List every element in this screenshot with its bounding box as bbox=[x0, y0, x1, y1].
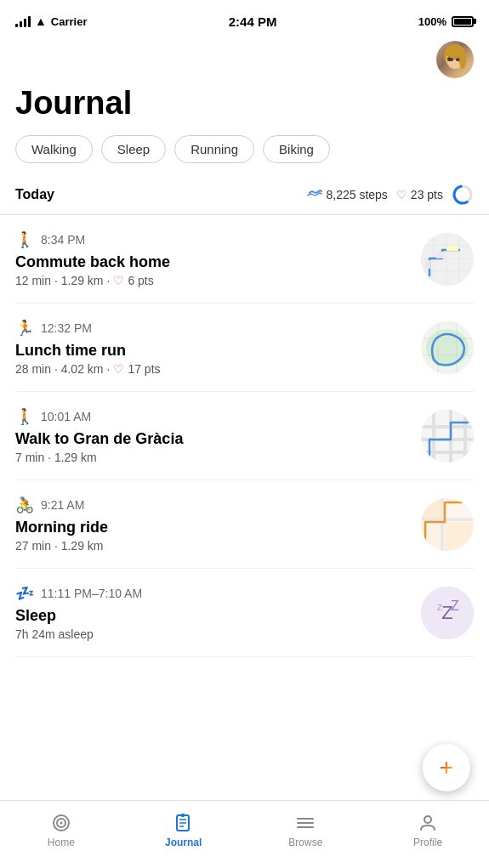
svg-rect-50 bbox=[181, 814, 185, 817]
nav-journal-label: Journal bbox=[165, 837, 202, 848]
home-icon bbox=[51, 813, 71, 833]
filter-sleep[interactable]: Sleep bbox=[101, 135, 166, 163]
svg-rect-35 bbox=[445, 522, 474, 551]
heart-icon: ♡ bbox=[396, 188, 407, 201]
activity-details: 12 min · 1.29 km · ♡ 6 pts bbox=[15, 274, 170, 287]
activity-time: 12:32 PM bbox=[41, 321, 92, 335]
nav-browse-label: Browse bbox=[288, 837, 322, 848]
points-count: 23 pts bbox=[411, 188, 443, 201]
sleep-icon: 💤 bbox=[15, 584, 34, 603]
activity-info: 💤 11:11 PM–7:10 AM Sleep 7h 24m asleep bbox=[15, 584, 142, 641]
steps-stat: 8,225 steps bbox=[307, 187, 387, 202]
activity-item[interactable]: 🏃 12:32 PM Lunch time run 28 min · 4.02 … bbox=[15, 304, 474, 392]
status-bar: ▲ Carrier 2:44 PM 100% bbox=[0, 0, 489, 37]
activity-time: 8:34 PM bbox=[41, 233, 85, 247]
map-thumbnail bbox=[421, 233, 474, 286]
plus-icon: + bbox=[440, 754, 453, 781]
status-time: 2:44 PM bbox=[229, 14, 277, 29]
today-stats: 8,225 steps ♡ 23 pts bbox=[307, 184, 474, 206]
run-icon: 🏃 bbox=[15, 319, 34, 338]
activity-item[interactable]: 🚴 9:21 AM Morning ride 27 min · 1.29 km bbox=[15, 480, 474, 569]
filter-biking[interactable]: Biking bbox=[263, 135, 330, 163]
activity-item[interactable]: 💤 11:11 PM–7:10 AM Sleep 7h 24m asleep Z… bbox=[15, 569, 474, 657]
activity-meta: 💤 11:11 PM–7:10 AM bbox=[15, 584, 142, 603]
activity-time: 10:01 AM bbox=[41, 410, 91, 423]
bike-icon: 🚴 bbox=[15, 496, 34, 514]
browse-icon bbox=[295, 813, 316, 833]
activity-item[interactable]: 🚶 10:01 AM Walk to Gran de Gràcia 7 min … bbox=[15, 392, 474, 480]
activity-name: Lunch time run bbox=[15, 342, 161, 360]
activity-info: 🚶 10:01 AM Walk to Gran de Gràcia 7 min … bbox=[15, 407, 183, 464]
walk-icon: 🚶 bbox=[15, 407, 34, 426]
steps-count: 8,225 steps bbox=[326, 188, 387, 201]
goal-ring-icon bbox=[452, 184, 474, 206]
page-title: Journal bbox=[0, 78, 489, 135]
nav-home-label: Home bbox=[48, 837, 75, 848]
map-thumbnail bbox=[421, 498, 474, 551]
activity-info: 🚶 8:34 PM Commute back home 12 min · 1.2… bbox=[15, 230, 170, 287]
activity-meta: 🚴 9:21 AM bbox=[15, 496, 108, 514]
points-stat: ♡ 23 pts bbox=[396, 188, 443, 201]
journal-icon bbox=[173, 813, 194, 833]
avatar-area bbox=[0, 37, 489, 78]
filter-walking[interactable]: Walking bbox=[15, 135, 93, 163]
status-right: 100% bbox=[418, 15, 474, 28]
wifi-icon: ▲ bbox=[35, 14, 47, 28]
activity-meta: 🏃 12:32 PM bbox=[15, 319, 161, 338]
svg-rect-34 bbox=[421, 498, 442, 519]
steps-icon bbox=[307, 187, 322, 202]
walk-icon: 🚶 bbox=[15, 230, 34, 249]
avatar[interactable] bbox=[436, 41, 474, 78]
filter-pills: Walking Sleep Running Biking bbox=[0, 135, 489, 179]
activity-details: 7h 24m asleep bbox=[15, 627, 142, 641]
activity-details: 7 min · 1.29 km bbox=[15, 451, 183, 464]
map-thumbnail bbox=[421, 410, 474, 462]
svg-point-6 bbox=[459, 54, 466, 69]
add-activity-button[interactable]: + bbox=[423, 744, 470, 791]
status-left: ▲ Carrier bbox=[15, 14, 88, 28]
map-thumbnail bbox=[421, 321, 474, 374]
activity-meta: 🚶 10:01 AM bbox=[15, 407, 183, 426]
activity-details: 28 min · 4.02 km · ♡ 17 pts bbox=[15, 362, 161, 376]
activity-name: Sleep bbox=[15, 607, 142, 625]
svg-point-54 bbox=[424, 816, 431, 823]
carrier-label: Carrier bbox=[51, 15, 88, 28]
profile-icon bbox=[418, 813, 438, 833]
battery-icon bbox=[452, 16, 474, 27]
activity-info: 🏃 12:32 PM Lunch time run 28 min · 4.02 … bbox=[15, 319, 161, 376]
svg-point-45 bbox=[60, 821, 62, 824]
nav-journal[interactable]: Journal bbox=[122, 813, 245, 848]
activity-time: 9:21 AM bbox=[41, 498, 84, 512]
activity-item[interactable]: 🚶 8:34 PM Commute back home 12 min · 1.2… bbox=[15, 215, 474, 304]
heart-small-icon: ♡ bbox=[113, 362, 124, 376]
nav-profile-label: Profile bbox=[413, 837, 442, 848]
activity-time: 11:11 PM–7:10 AM bbox=[41, 587, 142, 600]
nav-home[interactable]: Home bbox=[0, 813, 122, 848]
today-row: Today 8,225 steps ♡ 23 pts bbox=[0, 179, 489, 214]
svg-rect-18 bbox=[446, 246, 458, 251]
today-label: Today bbox=[15, 187, 54, 202]
activity-info: 🚴 9:21 AM Morning ride 27 min · 1.29 km bbox=[15, 496, 108, 553]
bottom-nav: Home Journal Browse Profile bbox=[0, 800, 489, 868]
activity-name: Commute back home bbox=[15, 253, 170, 271]
svg-rect-16 bbox=[425, 260, 430, 269]
activity-name: Morning ride bbox=[15, 519, 108, 536]
svg-text:Z: Z bbox=[451, 599, 459, 613]
nav-profile[interactable]: Profile bbox=[367, 813, 489, 848]
svg-rect-17 bbox=[436, 252, 445, 258]
sleep-thumbnail: Z Z z bbox=[421, 587, 474, 639]
signal-icon bbox=[15, 15, 31, 27]
heart-small-icon: ♡ bbox=[113, 274, 124, 287]
activity-details: 27 min · 1.29 km bbox=[15, 539, 108, 553]
activity-name: Walk to Gran de Gràcia bbox=[15, 430, 183, 448]
nav-browse[interactable]: Browse bbox=[245, 813, 367, 848]
filter-running[interactable]: Running bbox=[174, 135, 254, 163]
svg-text:z: z bbox=[437, 600, 443, 613]
activity-meta: 🚶 8:34 PM bbox=[15, 230, 170, 249]
activity-list: 🚶 8:34 PM Commute back home 12 min · 1.2… bbox=[0, 215, 489, 657]
battery-label: 100% bbox=[418, 15, 446, 28]
